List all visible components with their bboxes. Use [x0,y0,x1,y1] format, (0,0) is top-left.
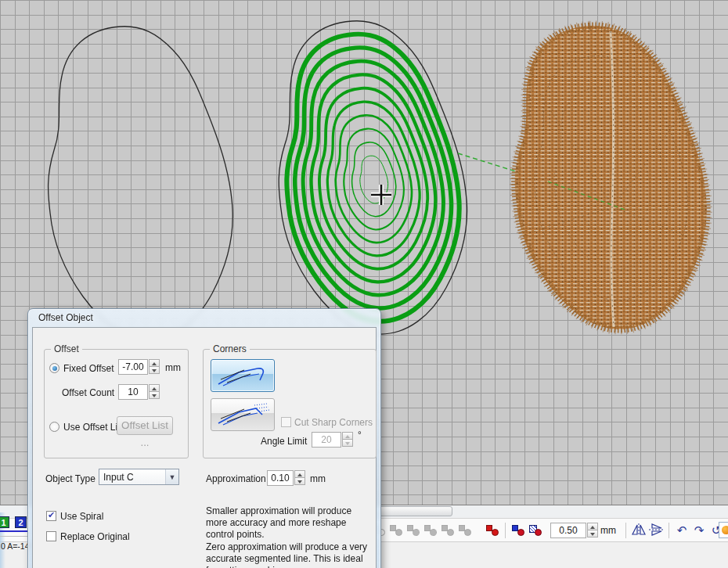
cut-sharp-corners-checkbox [281,417,291,427]
angle-limit-label: Angle Limit [261,436,307,447]
angle-limit-stepper [342,432,353,448]
round-corner-icon [215,364,270,387]
color-palette: 1 2 0 A=-14 [0,512,28,568]
outline-shape[interactable] [49,27,233,340]
shape-back-minus-front-icon [457,523,473,537]
object-type-label: Object Type [45,473,96,484]
fixed-offset-stepper[interactable] [149,359,160,375]
round-corner-style-button[interactable] [211,359,275,392]
chevron-down-icon: ▼ [165,469,178,484]
stitch-offset-input[interactable] [550,523,586,538]
use-offset-list-label: Use Offset List [63,422,124,433]
replace-original-label: Replace Original [60,531,130,542]
status-readout: 0 A=-14 [1,541,28,551]
stitched-shape[interactable] [515,26,707,329]
use-offset-list-radio[interactable] [49,422,59,432]
offset-count-label: Offset Count [62,387,114,398]
flip-horizontal-icon[interactable] [631,523,647,537]
combine-shapes-icon[interactable] [485,523,500,537]
angle-limit-input [312,432,341,448]
use-spiral-checkbox[interactable] [46,511,56,521]
offset-list-button[interactable]: Offset List ... [117,416,173,435]
palette-selection-indicator [0,530,28,532]
angle-limit-unit: ° [358,430,362,440]
clipped-color-field [719,522,728,538]
fixed-offset-unit: mm [165,362,181,373]
sharp-corner-style-button[interactable] [211,398,275,431]
group-objects-icon[interactable] [510,523,526,537]
dialog-title: Offset Object [38,312,93,323]
palette-color-2[interactable]: 2 [15,516,27,528]
toolbar-separator [669,523,669,538]
shape-front-minus-back-icon [440,523,456,537]
approximation-input[interactable] [267,470,294,486]
thread-color-icon [722,526,728,534]
fixed-offset-input[interactable] [118,359,148,375]
approximation-label: Approximation [206,473,266,484]
spiral-offset-shape[interactable] [279,21,467,334]
offset-group-label: Offset [51,343,82,354]
sharp-corner-icon [215,403,270,426]
fixed-offset-label: Fixed Offset [63,363,114,374]
shape-intersect-icon [405,523,421,537]
shape-trim-icon [388,523,404,537]
stitch-offset-stepper[interactable] [587,523,598,538]
crosshair-cursor [371,185,391,205]
replace-original-checkbox[interactable] [46,531,56,541]
approximation-unit: mm [310,473,326,484]
divider [0,536,28,537]
corners-group-label: Corners [210,343,250,354]
object-type-dropdown[interactable]: Input C ▼ [99,469,179,485]
use-spiral-label: Use Spiral [60,511,103,522]
approximation-note-1: Smaller approximation will produce more … [206,505,374,541]
cut-sharp-corners-label: Cut Sharp Corners [294,417,373,428]
toolbar-separator [505,523,506,538]
offset-object-dialog: Offset Object Offset Fixed Offset mm Off… [27,308,381,568]
approximation-stepper[interactable] [294,470,305,486]
offset-count-input[interactable] [118,384,148,400]
approximation-note-2: Zero approximation will produce a very a… [206,541,374,568]
rotate-left-icon[interactable]: ↶ [674,523,690,537]
toolbar-separator [625,523,626,538]
flip-vertical-icon[interactable] [648,523,664,537]
fixed-offset-radio[interactable] [49,363,59,373]
rotate-right-icon[interactable]: ↷ [691,523,707,537]
shape-simplify-icon [423,523,438,537]
object-type-value: Input C [99,472,165,483]
pattern-fill-icon[interactable] [528,523,543,537]
scrollbar-thumb[interactable] [373,506,452,516]
stitch-offset-unit: mm [600,525,616,536]
offset-count-stepper[interactable] [149,384,160,400]
palette-color-1[interactable]: 1 [0,516,9,528]
